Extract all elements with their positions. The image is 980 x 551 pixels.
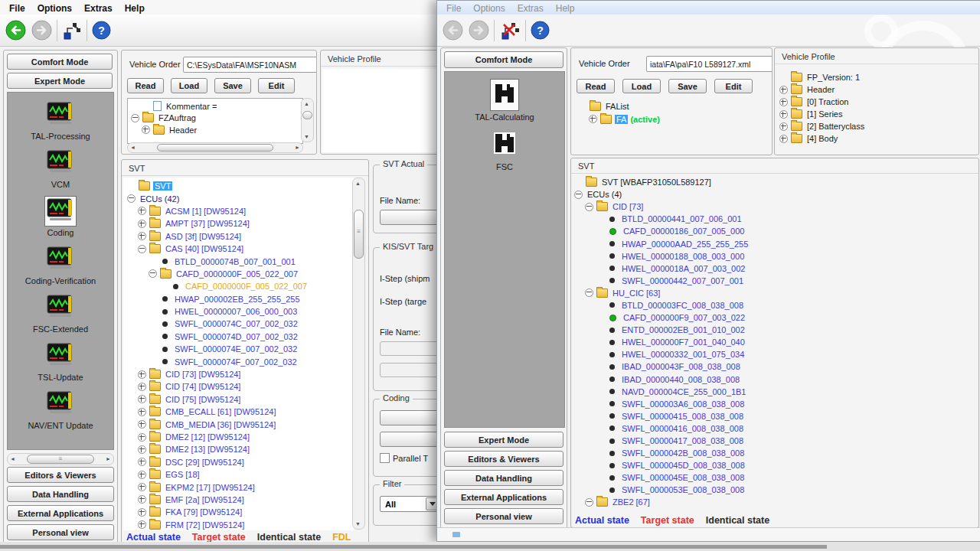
expander-icon[interactable] (138, 520, 146, 529)
tree-item[interactable]: ENTD_000002EB_001_010_002 (596, 324, 977, 336)
tree-item[interactable]: [4] Body (779, 132, 975, 145)
scroll-thumb[interactable] (302, 111, 312, 119)
tree-item[interactable]: NAVD_000004CE_255_000_1B1 (596, 386, 977, 398)
tree-item[interactable]: HU_CIC [63] (585, 287, 977, 299)
tree-item[interactable]: FA (active) (589, 112, 768, 125)
expander-icon[interactable] (138, 420, 146, 429)
help-icon[interactable]: ? (92, 21, 111, 40)
tree-item[interactable]: [0] Traction (779, 96, 975, 108)
mode-item[interactable]: VCM (44, 148, 77, 189)
vehicle-order-button[interactable]: Save (214, 78, 251, 93)
expander-icon[interactable] (779, 135, 788, 143)
tree-item[interactable]: SWFL_0000074D_007_002_032 (149, 331, 354, 343)
tree-item[interactable]: EMF [2a] [DW95124] (138, 494, 354, 506)
vehicle-order-button[interactable]: Read (577, 79, 615, 93)
expander-icon[interactable] (138, 508, 146, 517)
code-fdl-button[interactable]: Cod (380, 432, 443, 447)
expander-icon[interactable] (138, 433, 146, 442)
menu-item[interactable]: Help (119, 2, 151, 15)
expander-icon[interactable] (138, 370, 146, 379)
forward-button-disabled[interactable] (469, 20, 489, 41)
expander-icon[interactable] (779, 122, 788, 131)
back-button-disabled[interactable] (443, 20, 463, 41)
menu-item[interactable]: Extras (78, 2, 119, 15)
tree-item[interactable]: SWFL_0000053E_008_038_008 (596, 484, 977, 496)
tree-item[interactable]: FRM [72] [DW95124] (138, 519, 354, 530)
comfort-mode-button[interactable]: Comfort Mode (444, 51, 564, 68)
tree-item[interactable]: CID [75] [DW95124] (138, 393, 354, 406)
scroll-left-icon[interactable]: ◄ (8, 455, 18, 464)
menu-item[interactable]: Extras (511, 2, 550, 15)
connection-disconnected-icon[interactable] (499, 20, 521, 41)
expander-icon[interactable] (149, 269, 157, 278)
fa-tree-v-scrollbar[interactable]: ▲ ▼ (301, 98, 314, 142)
scroll-down-icon[interactable]: ▼ (353, 519, 363, 529)
comfort-mode-button[interactable]: Comfort Mode (7, 54, 113, 70)
tree-item[interactable]: FAList (578, 100, 768, 112)
fa-tree-h-scrollbar[interactable]: ◄ ► (127, 142, 303, 153)
tree-item[interactable]: ZBE2 [67] (585, 496, 977, 508)
tree-item[interactable]: SWFL_0000045E_008_038_008 (596, 471, 977, 484)
expander-icon[interactable] (138, 245, 146, 253)
mode-item[interactable]: TAL-Calculating (475, 79, 534, 122)
tree-item[interactable]: HWAP_00000AAD_255_255_255 (596, 237, 977, 249)
vehicle-order-button[interactable]: Edit (714, 79, 753, 93)
parallel-checkbox[interactable] (380, 453, 390, 463)
tree-item[interactable]: SWFL_000003A6_008_038_008 (596, 398, 977, 410)
mode-item[interactable]: FSC (490, 129, 519, 171)
menu-item[interactable]: File (440, 2, 467, 15)
expander-icon[interactable] (127, 194, 136, 203)
tree-item[interactable]: ACSM [1] [DW95124] (138, 205, 354, 217)
tree-item[interactable]: Kommentar = (142, 100, 302, 112)
tree-item[interactable]: [2] Batteryclass (779, 120, 975, 132)
tree-item[interactable]: SWFL_00000416_008_038_008 (596, 422, 977, 435)
expander-icon[interactable] (589, 115, 597, 123)
sidebar-section-button[interactable]: External Applications (444, 489, 564, 505)
tree-item[interactable]: CAFD_0000000F_005_022_007 (149, 268, 354, 280)
tree-item[interactable]: [1] Series (779, 108, 975, 120)
scroll-thumb[interactable]: ≡ (354, 210, 364, 259)
expander-icon[interactable] (138, 495, 146, 504)
tree-item[interactable]: DME2 [12] [DW95124] (138, 431, 354, 443)
tree-item[interactable]: SWFL_00000417_008_038_008 (596, 435, 977, 447)
tree-item[interactable]: IBAD_00000440_008_038_008 (596, 373, 977, 386)
expander-icon[interactable] (585, 203, 593, 211)
expander-icon[interactable] (585, 498, 593, 507)
sidebar-section-button[interactable]: Data Handling (444, 470, 564, 486)
expander-icon[interactable] (138, 395, 146, 403)
tree-item[interactable]: HWEL_00000007_006_000_003 (149, 305, 354, 318)
expander-icon[interactable] (131, 114, 139, 122)
expander-icon[interactable] (138, 220, 146, 228)
tree-item[interactable]: SVT [WBAFP31050L589127] (574, 176, 977, 188)
tree-item[interactable]: SWFL_0000045D_008_038_008 (596, 459, 977, 471)
calculate-button[interactable]: Calculat (380, 341, 443, 356)
tree-item[interactable]: DSC [29] [DW95124] (138, 456, 354, 468)
tree-item[interactable]: FP_Version: 1 (779, 71, 975, 83)
menu-item[interactable]: Help (550, 2, 581, 15)
scroll-right-icon[interactable]: ► (103, 455, 113, 464)
vehicle-order-path-field[interactable]: iata\FA\pa\F10 L589127.xml (646, 56, 773, 72)
sidebar-section-button[interactable]: Personal view (7, 524, 114, 540)
tree-item[interactable]: CAFD_0000000F_005_022_007 (159, 280, 354, 292)
expander-icon[interactable] (138, 408, 146, 416)
expander-icon[interactable] (779, 110, 788, 119)
tree-item[interactable]: HWEL_000000F7_001_040_040 (596, 336, 977, 348)
mode-item[interactable]: Coding-Verification (25, 244, 96, 285)
vehicle-order-button[interactable]: Edit (258, 78, 295, 93)
expander-icon[interactable] (138, 445, 146, 454)
mode-item[interactable]: NAV/ENT Update (28, 389, 93, 430)
expander-icon[interactable] (138, 383, 146, 391)
menu-item[interactable]: File (3, 2, 31, 15)
sidebar-section-button[interactable]: Personal view (444, 508, 564, 524)
expander-icon[interactable] (138, 207, 146, 215)
tree-item[interactable]: FKA [79] [DW95124] (138, 506, 354, 518)
vehicle-order-button[interactable]: Load (622, 79, 661, 93)
tree-item[interactable]: ECUs (4) (574, 188, 977, 201)
vehicle-order-path-field[interactable]: C:\ESysData\FA\MSF10NASM (183, 57, 317, 73)
tree-item[interactable]: BTLD_00000441_007_006_001 (596, 213, 977, 225)
tree-item[interactable]: Header (142, 124, 302, 136)
scroll-up-icon[interactable]: ▲ (302, 99, 312, 109)
tree-item[interactable]: BTLD_000003FC_008_038_008 (596, 299, 977, 311)
tree-item[interactable]: SWFL_0000074C_007_002_032 (149, 318, 354, 330)
expander-icon[interactable] (585, 289, 593, 297)
